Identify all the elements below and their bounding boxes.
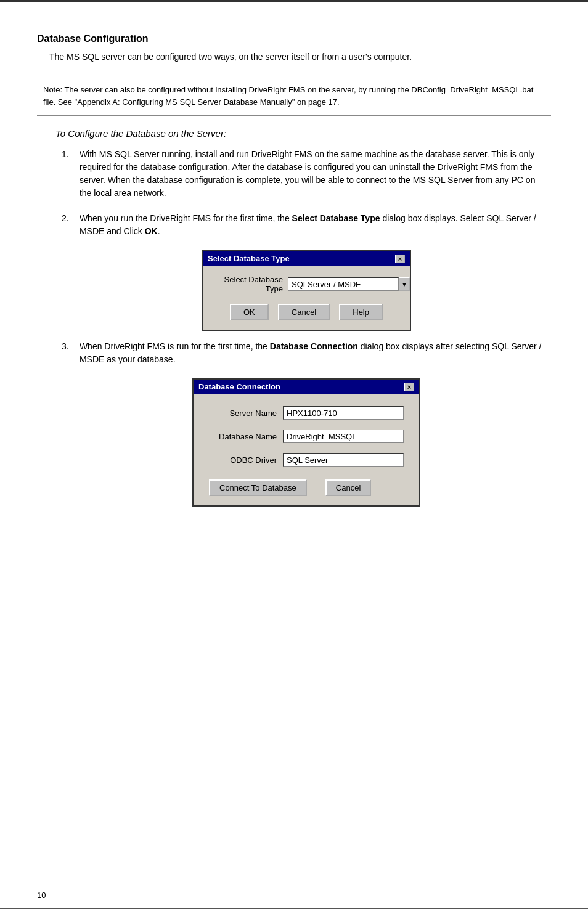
- list-number-3: 3.: [62, 340, 77, 353]
- section-title: Database Configuration: [37, 33, 551, 44]
- numbered-list: 1. With MS SQL Server running, install a…: [55, 148, 551, 507]
- cancel-button[interactable]: Cancel: [278, 304, 330, 320]
- list2-bold-ok: OK: [145, 226, 158, 236]
- content-area: Database Configuration The MS SQL server…: [0, 2, 588, 553]
- note-text: Note: The server can also be configured …: [43, 85, 533, 107]
- database-connection-titlebar: Database Connection ×: [194, 380, 419, 394]
- database-connection-dialog-wrapper: Database Connection × Server Name Databa…: [62, 378, 551, 507]
- server-name-input[interactable]: [283, 406, 404, 420]
- select-database-row: Select Database Type ▼: [215, 275, 398, 293]
- list-content-3: When DriveRight FMS is run for the first…: [80, 340, 547, 366]
- server-name-row: Server Name: [209, 406, 404, 420]
- list-number-2: 2.: [62, 212, 77, 225]
- select-database-buttons: OK Cancel Help: [215, 301, 398, 320]
- odbc-driver-input[interactable]: [283, 453, 404, 467]
- database-connection-dialog: Database Connection × Server Name Databa…: [192, 378, 420, 507]
- database-name-row: Database Name: [209, 430, 404, 443]
- list-item-2: 2. When you run the DriveRight FMS for t…: [62, 212, 551, 238]
- list-content-2: When you run the DriveRight FMS for the …: [80, 212, 547, 238]
- odbc-driver-row: ODBC Driver: [209, 453, 404, 467]
- database-connection-body: Server Name Database Name ODBC Driver: [194, 394, 419, 505]
- list-number-1: 1.: [62, 148, 77, 161]
- select-database-select-wrapper: ▼: [288, 277, 410, 291]
- select-database-body: Select Database Type ▼ OK Cancel Help: [203, 266, 410, 330]
- select-database-close-button[interactable]: ×: [395, 255, 405, 263]
- select-database-dialog-wrapper: Select Database Type × Select Database T…: [62, 250, 551, 331]
- dropdown-arrow-icon[interactable]: ▼: [399, 277, 410, 291]
- list3-bold-text: Database Connection: [270, 341, 358, 351]
- list2-text-before: When you run the DriveRight FMS for the …: [80, 213, 292, 223]
- database-connection-close-button[interactable]: ×: [404, 383, 414, 391]
- server-name-label: Server Name: [209, 409, 277, 418]
- db-conn-cancel-button[interactable]: Cancel: [325, 479, 371, 496]
- odbc-driver-label: ODBC Driver: [209, 455, 277, 465]
- intro-text: The MS SQL server can be configured two …: [49, 51, 551, 63]
- database-connection-buttons: Connect To Database Cancel: [209, 476, 404, 496]
- page-number: 10: [37, 891, 46, 900]
- list-content-1: With MS SQL Server running, install and …: [80, 148, 547, 200]
- ok-button[interactable]: OK: [230, 304, 269, 320]
- connect-to-database-button[interactable]: Connect To Database: [209, 479, 307, 496]
- select-database-titlebar: Select Database Type ×: [203, 251, 410, 266]
- help-button[interactable]: Help: [339, 304, 383, 320]
- database-name-input[interactable]: [283, 430, 404, 443]
- select-database-title: Select Database Type: [208, 254, 290, 263]
- list3-text-before: When DriveRight FMS is run for the first…: [80, 341, 270, 351]
- database-connection-title: Database Connection: [198, 382, 280, 391]
- list2-text-end: .: [158, 226, 160, 236]
- database-name-label: Database Name: [209, 432, 277, 441]
- select-database-dialog: Select Database Type × Select Database T…: [202, 250, 411, 331]
- select-database-label: Select Database Type: [215, 275, 283, 293]
- subheading: To Configure the Database on the Server:: [55, 128, 551, 139]
- page-container: Database Configuration The MS SQL server…: [0, 0, 588, 909]
- select-database-input[interactable]: [288, 277, 399, 291]
- list2-bold-text: Select Database Type: [292, 213, 380, 223]
- note-box: Note: The server can also be configured …: [37, 76, 551, 116]
- list-item-1: 1. With MS SQL Server running, install a…: [62, 148, 551, 200]
- list-item-3: 3. When DriveRight FMS is run for the fi…: [62, 340, 551, 366]
